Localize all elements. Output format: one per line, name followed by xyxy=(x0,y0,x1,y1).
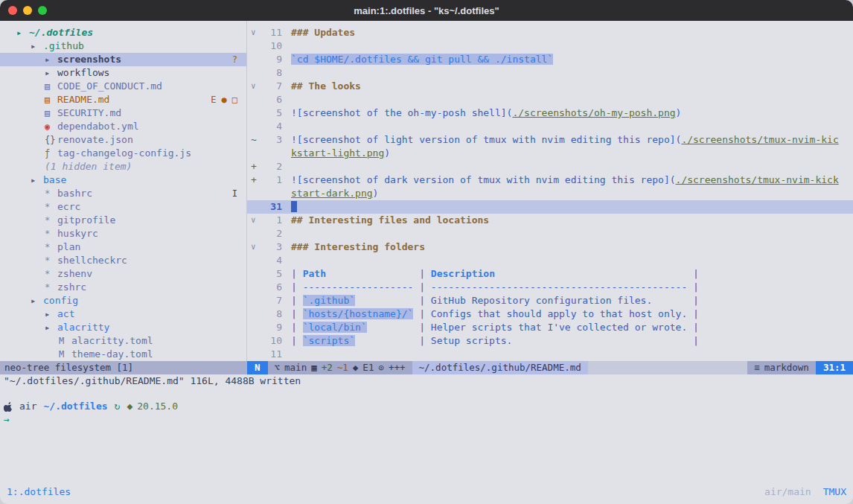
editor-line[interactable]: +1![screenshot of dark version of tmux w… xyxy=(247,173,853,187)
tree-item-shellcheckrc[interactable]: *shellcheckrc xyxy=(0,254,246,267)
file-tree: ▸~/.dotfiles▸.github▸screenshots?▸workfl… xyxy=(0,26,246,361)
sign-column xyxy=(247,39,263,53)
tree-item-label: gitprofile xyxy=(57,214,115,227)
editor-line[interactable]: 8 xyxy=(247,66,853,80)
tree-item-zshrc[interactable]: *zshrc xyxy=(0,281,246,294)
tree-item-tag-changelog-config-js[interactable]: ƒtag-changelog-config.js xyxy=(0,147,246,160)
editor-line[interactable]: 10| `scripts` | Setup scripts. | xyxy=(247,334,853,348)
node-icon: ◆ xyxy=(127,400,132,413)
chg-sign-icon: ~ xyxy=(247,133,263,147)
tree-item-github[interactable]: ▸.github xyxy=(0,39,246,53)
prompt-arrow-icon: → xyxy=(4,414,10,425)
sign-column xyxy=(247,294,263,307)
status-badge: E xyxy=(211,93,216,106)
shell-area: air ~/.dotfiles ↻ ◆20.15.0 → xyxy=(0,400,853,427)
toml-file-icon: M xyxy=(59,334,71,348)
diff-changed: ~1 xyxy=(337,361,348,374)
editor-line[interactable]: kstart-light.png) xyxy=(247,147,853,160)
editor-line[interactable]: 8| `hosts/{hostname}/` | Configs that sh… xyxy=(247,307,853,321)
diff-icon: ▦ xyxy=(311,361,317,374)
editor-line[interactable]: 4 xyxy=(247,120,853,133)
editor-line[interactable]: start-dark.png) xyxy=(247,187,853,200)
editor-line[interactable]: ∨3### Interesting folders xyxy=(247,240,853,254)
tmux-window-list[interactable]: 1:.dotfiles xyxy=(7,485,71,499)
node-version: 20.15.0 xyxy=(137,400,178,413)
cursor-position: 31:1 xyxy=(816,361,853,374)
editor-line[interactable]: ∨11### Updates xyxy=(247,26,853,39)
editor-line[interactable]: 10 xyxy=(247,39,853,53)
editor-line[interactable]: 11 xyxy=(247,348,853,361)
diff-added: +2 xyxy=(322,361,333,374)
tree-item-label: zshenv xyxy=(57,267,92,281)
tree-item-plan[interactable]: *plan xyxy=(0,240,246,254)
diagnostic-count: E1 xyxy=(362,361,374,374)
line-number: 8 xyxy=(263,66,282,80)
sign-column xyxy=(247,227,263,240)
tree-item-label: theme-day.toml xyxy=(71,348,153,361)
add-sign-icon: + xyxy=(247,160,263,173)
tree-item-dependabot-yml[interactable]: ◉dependabot.yml xyxy=(0,120,246,133)
editor-line[interactable]: 6 xyxy=(247,93,853,106)
tree-item-screenshots[interactable]: ▸screenshots? xyxy=(0,53,246,66)
tree-item-bashrc[interactable]: *bashrcI xyxy=(0,187,246,200)
editor-line[interactable]: +2 xyxy=(247,160,853,173)
shell-file-icon: * xyxy=(45,227,57,240)
zoom-button[interactable] xyxy=(38,6,47,15)
editor-line[interactable]: 5| Path | Description | xyxy=(247,267,853,281)
tree-item-renovate-json[interactable]: {}renovate.json xyxy=(0,133,246,147)
tree-item-readme-md[interactable]: ▤README.mdE●□ xyxy=(0,93,246,106)
line-number: 7 xyxy=(263,80,282,93)
editor-line[interactable]: 2 xyxy=(247,227,853,240)
minimize-button[interactable] xyxy=(23,6,32,15)
tree-item-dotfiles[interactable]: ▸~/.dotfiles xyxy=(0,26,246,39)
chevron-expanded-icon: ▸ xyxy=(31,173,43,187)
tree-item-zshenv[interactable]: *zshenv xyxy=(0,267,246,281)
editor-line[interactable]: 4 xyxy=(247,254,853,267)
tree-item-security-md[interactable]: ▤SECURITY.md xyxy=(0,106,246,120)
tree-item-label: shellcheckrc xyxy=(57,254,127,267)
tree-item-gitprofile[interactable]: *gitprofile xyxy=(0,214,246,227)
tree-item-config[interactable]: ▸config xyxy=(0,294,246,307)
tree-item-code-of-conduct-md[interactable]: ▤CODE_OF_CONDUCT.md xyxy=(0,80,246,93)
line-text: | `.github` | GitHub Repository configur… xyxy=(291,294,699,307)
titlebar: main:1:.dotfiles - "ks~/.dotfiles" xyxy=(0,0,853,21)
command-message: "~/.dotfiles/.github/README.md" 116L, 44… xyxy=(0,374,853,388)
editor-line[interactable]: 9`cd $HOME/.dotfiles && git pull && ./in… xyxy=(247,53,853,66)
tree-item-base[interactable]: ▸base xyxy=(0,173,246,187)
sign-column xyxy=(247,53,263,66)
line-text: ![screenshot of light version of tmux wi… xyxy=(291,133,839,147)
tree-item-badges: I xyxy=(232,187,237,200)
editor-line[interactable]: ∨7## The looks xyxy=(247,80,853,93)
tree-item-label: README.md xyxy=(57,93,109,106)
line-number: 10 xyxy=(263,39,282,53)
close-button[interactable] xyxy=(8,6,17,15)
window-controls xyxy=(0,6,47,15)
editor-line[interactable]: 7| `.github` | GitHub Repository configu… xyxy=(247,294,853,307)
line-number: 11 xyxy=(263,26,282,39)
tree-item-alacritty-toml[interactable]: Malacritty.toml xyxy=(0,334,246,348)
sign-column xyxy=(247,334,263,348)
chevron-expanded-icon: ▸ xyxy=(31,39,43,53)
json-file-icon: {} xyxy=(45,133,57,147)
sign-column xyxy=(247,281,263,294)
tree-item-ecrc[interactable]: *ecrc xyxy=(0,200,246,214)
editor-line[interactable]: ∨1## Interesting files and locations xyxy=(247,214,853,227)
tree-item-huskyrc[interactable]: *huskyrc xyxy=(0,227,246,240)
tree-item-alacritty[interactable]: ▸alacritty xyxy=(0,321,246,334)
editor-line[interactable]: ~3![screenshot of light version of tmux … xyxy=(247,133,853,147)
filetype-icon: ≡ xyxy=(754,361,760,374)
line-number: 1 xyxy=(263,214,282,227)
extra-icon: ⊙ xyxy=(378,361,384,374)
editor-line[interactable]: 5![screenshot of the oh-my-posh shell](.… xyxy=(247,106,853,120)
tree-item-workflows[interactable]: ▸workflows xyxy=(0,66,246,80)
line-number: 2 xyxy=(263,227,282,240)
editor-line[interactable]: 31 xyxy=(247,200,853,214)
tree-item-theme-day-toml[interactable]: Mtheme-day.toml xyxy=(0,348,246,361)
tree-item-1-hidden-item[interactable]: (1 hidden item) xyxy=(0,160,246,173)
tree-item-act[interactable]: ▸act xyxy=(0,307,246,321)
editor-line[interactable]: 9| `local/bin` | Helper scripts that I'v… xyxy=(247,321,853,334)
line-text: | Path | Description | xyxy=(291,267,699,281)
chevron-icon: ▸ xyxy=(45,66,57,80)
statusline-filepath: ~/.dotfiles/.github/README.md xyxy=(412,361,588,374)
editor-line[interactable]: 6| ------------------- | ---------------… xyxy=(247,281,853,294)
